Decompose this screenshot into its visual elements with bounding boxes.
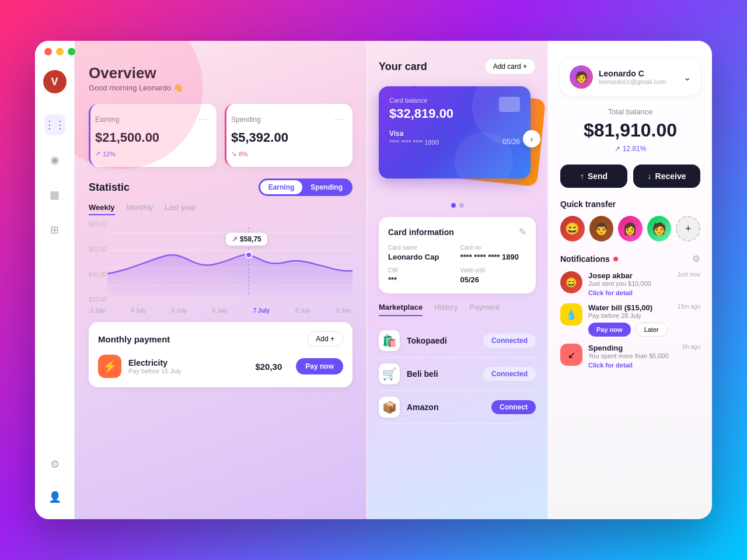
monthly-add-btn[interactable]: Add + <box>307 331 343 346</box>
marketplace-tabs: Marketplace History Payment <box>379 303 536 316</box>
toggle-earning[interactable]: Earning <box>260 180 303 194</box>
app-shell: V ⋮⋮ ◉ ▦ ⊞ ⚙ 👤 Overview Good morning Leo… <box>35 41 712 519</box>
notif-item-2: ↙ Spending You spent more than $5,000 Cl… <box>560 344 700 369</box>
card-dot-1[interactable] <box>451 203 456 208</box>
card-dots <box>379 203 536 208</box>
transfer-avatar-add[interactable]: + <box>676 216 700 242</box>
monthly-title: Monthly payment <box>98 334 170 344</box>
card-next-btn[interactable]: › <box>523 130 540 148</box>
earning-label: Earning ··· <box>95 113 207 125</box>
main-panel: Overview Good morning Leonardo 👋 Earning… <box>75 41 366 519</box>
notif-item-1: 💧 Water bill ($15,00) Pay before 28 July… <box>560 303 700 337</box>
electricity-pay-btn[interactable]: Pay now <box>296 358 343 374</box>
notif-body-0: Josep akbar Just sent you $10,000 Click … <box>588 271 672 296</box>
tokopaedi-name: Tokopaedi <box>407 336 476 345</box>
profile-info: Leonardo C leonardocc@gmail.com <box>599 69 678 85</box>
sidebar-icon-grid[interactable]: ⋮⋮ <box>44 114 65 135</box>
electricity-icon: ⚡ <box>98 355 121 378</box>
notif-title: Notifications <box>560 254 618 264</box>
spending-label: Spending ··· <box>231 113 343 125</box>
sidebar-icon-widget[interactable]: ⊞ <box>44 219 65 240</box>
payment-row-electricity: ⚡ Electricity Pay before 15 July $20,30 … <box>98 355 343 378</box>
monthly-payment: Monthly payment Add + ⚡ Electricity Pay … <box>89 322 352 387</box>
transfer-avatar-2[interactable]: 👨 <box>589 216 614 242</box>
chart-tooltip: ↗ $58,75 <box>226 233 267 246</box>
notif-body-2: Spending You spent more than $5,000 Clic… <box>588 344 676 369</box>
card-panel-title: Your card <box>379 61 427 73</box>
monthly-header: Monthly payment Add + <box>98 331 343 346</box>
card-panel-header: Your card Add card + <box>379 58 536 75</box>
amazon-name: Amazon <box>407 402 484 412</box>
notif-action-2[interactable]: Click for detail <box>588 362 676 369</box>
statistic-header: Statistic Earning Spending <box>89 178 352 196</box>
transfer-avatar-3[interactable]: 👩 <box>618 216 643 242</box>
tokopaedi-logo: 🛍️ <box>379 330 400 351</box>
sidebar: V ⋮⋮ ◉ ▦ ⊞ ⚙ 👤 <box>35 41 75 519</box>
notif-avatar-1: 💧 <box>560 303 582 326</box>
send-btn[interactable]: ↑Send <box>560 164 627 188</box>
notif-item-0: 😄 Josep akbar Just sent you $10,000 Clic… <box>560 271 700 296</box>
amazon-logo: 📦 <box>379 397 400 418</box>
card-info-section: Card information ✎ Card name Leonardo Ca… <box>379 217 536 293</box>
tab-lastyear[interactable]: Last year <box>165 203 196 215</box>
add-card-btn[interactable]: Add card + <box>484 58 536 75</box>
card-info-title: Card information <box>388 228 454 237</box>
profile-chevron-icon[interactable]: ⌄ <box>683 72 691 83</box>
receive-btn[interactable]: ↓Receive <box>633 164 700 188</box>
spending-card: Spending ··· $5,392.00 ↘8% <box>225 104 352 167</box>
maximize-dot[interactable] <box>68 48 75 55</box>
card-info-edit-icon[interactable]: ✎ <box>519 226 526 237</box>
amazon-status[interactable]: Connect <box>491 400 536 414</box>
notif-actions-1: Pay now Later <box>588 323 672 337</box>
tab-weekly[interactable]: Weekly <box>89 203 115 215</box>
balance-section: Total balance $81,910.00 ↗12.81% <box>560 107 700 153</box>
transfer-avatar-1[interactable]: 😄 <box>560 216 585 242</box>
action-row: ↑Send ↓Receive <box>560 164 700 188</box>
card-info-grid: Card name Leonardo Cap Card no **** ****… <box>388 244 526 284</box>
card-panel: Your card Add card + Card balance $32,81… <box>367 41 548 519</box>
tab-marketplace[interactable]: Marketplace <box>379 303 423 316</box>
spending-change: ↘8% <box>231 150 343 158</box>
window-chrome <box>44 48 75 55</box>
card-dot-2[interactable] <box>459 203 464 208</box>
stats-row: Earning ··· $21,500.00 ↗12% Spending ···… <box>89 104 352 167</box>
market-row-amazon: 📦 Amazon Connect <box>379 391 536 424</box>
chart-y-labels: $80.00 $60.00 $40.00 $20.00 <box>89 221 107 303</box>
transfer-avatar-4[interactable]: 🧑 <box>647 216 672 242</box>
earning-card: Earning ··· $21,500.00 ↗12% <box>89 104 217 167</box>
sidebar-icon-settings[interactable]: ⚙ <box>44 454 65 475</box>
sidebar-icon-menu[interactable]: ▦ <box>44 184 65 205</box>
water-later-btn[interactable]: Later <box>636 323 668 337</box>
tab-monthly[interactable]: Monthly <box>127 203 153 215</box>
statistic-title: Statistic <box>89 181 130 194</box>
notif-action-0[interactable]: Click for detail <box>588 289 672 296</box>
spending-menu[interactable]: ··· <box>334 113 343 125</box>
card-cvv-item: CW *** <box>388 267 455 284</box>
tab-payment[interactable]: Payment <box>470 303 500 316</box>
earning-value: $21,500.00 <box>95 130 207 145</box>
belibeli-status[interactable]: Connected <box>483 367 536 381</box>
notif-avatar-0: 😄 <box>560 271 582 293</box>
profile-avatar: 🧑 <box>570 65 593 89</box>
card-bottom-row: Visa **** **** **** 1890 05/26 <box>389 130 520 146</box>
tab-history[interactable]: History <box>434 303 458 316</box>
notif-body-1: Water bill ($15,00) Pay before 28 July P… <box>588 303 672 337</box>
card-expiry: 05/26 <box>502 138 520 146</box>
sidebar-logo[interactable]: V <box>43 70 67 93</box>
water-pay-btn[interactable]: Pay now <box>588 323 631 337</box>
sidebar-icon-search[interactable]: ◉ <box>44 149 65 170</box>
minimize-dot[interactable] <box>56 48 64 55</box>
profile-card[interactable]: 🧑 Leonardo C leonardocc@gmail.com ⌄ <box>560 58 700 96</box>
overview-title: Overview <box>89 64 352 82</box>
svg-point-5 <box>246 252 252 258</box>
profile-email: leonardocc@gmail.com <box>599 78 678 85</box>
notif-settings-icon[interactable]: ⚙ <box>692 253 700 264</box>
chart-svg <box>89 221 352 303</box>
close-dot[interactable] <box>44 48 52 55</box>
balance-label: Total balance <box>560 107 700 116</box>
balance-value: $81,910.00 <box>560 120 700 141</box>
sidebar-icon-user[interactable]: 👤 <box>44 487 65 508</box>
tokopaedi-status[interactable]: Connected <box>483 334 536 348</box>
toggle-spending[interactable]: Spending <box>302 180 351 194</box>
earning-menu[interactable]: ··· <box>198 113 207 125</box>
